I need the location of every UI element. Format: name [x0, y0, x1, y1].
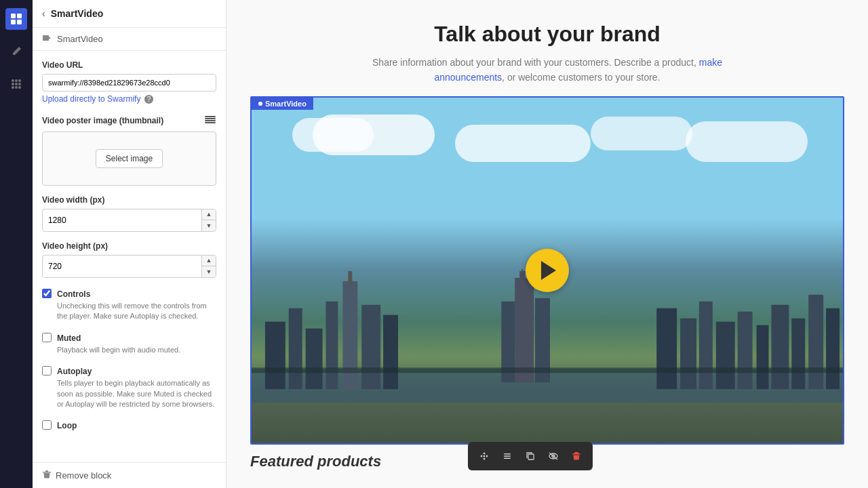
svg-rect-41 — [771, 304, 789, 388]
svg-rect-22 — [265, 321, 285, 389]
video-preview[interactable] — [252, 98, 843, 443]
page-title: Talk about your brand — [364, 22, 730, 47]
stack-icon — [204, 114, 216, 127]
thumbnail-area: Select image — [42, 131, 216, 186]
video-height-spinner[interactable]: ▲ ▼ — [201, 256, 216, 277]
trash-icon — [42, 470, 52, 481]
svg-point-10 — [12, 86, 14, 89]
svg-rect-40 — [757, 325, 769, 389]
page-title-section: Talk about your brand Share information … — [351, 0, 744, 96]
svg-rect-27 — [348, 271, 352, 285]
autoplay-label[interactable]: Autoplay — [57, 367, 92, 376]
svg-rect-45 — [252, 367, 843, 373]
panel-title: SmartVideo — [51, 8, 104, 19]
controls-checkbox[interactable] — [42, 289, 52, 298]
video-width-label: Video width (px) — [42, 195, 216, 205]
svg-rect-44 — [826, 308, 840, 388]
svg-rect-36 — [680, 318, 696, 389]
muted-row: Muted Playback will begin with audio mut… — [42, 331, 216, 355]
panel-body: Video URL Upload directly to Swarmify ? … — [33, 51, 226, 441]
svg-rect-28 — [361, 304, 380, 388]
toolbar-duplicate-button[interactable] — [519, 446, 541, 466]
svg-rect-1 — [17, 14, 22, 18]
svg-rect-19 — [45, 470, 48, 472]
muted-desc: Playback will begin with audio muted. — [57, 345, 180, 355]
help-icon: ? — [144, 95, 154, 104]
thumbnail-group: Video poster image (thumbnail) Select im… — [42, 114, 216, 186]
svg-rect-47 — [504, 453, 511, 455]
svg-rect-37 — [699, 301, 713, 388]
svg-rect-18 — [205, 116, 216, 117]
svg-rect-2 — [11, 20, 16, 24]
toolbar-hide-button[interactable] — [542, 446, 564, 466]
svg-rect-29 — [383, 314, 398, 388]
sv-dot — [258, 102, 262, 106]
svg-rect-16 — [205, 120, 216, 121]
muted-checkbox[interactable] — [42, 333, 52, 342]
video-url-input[interactable] — [42, 74, 216, 92]
panel-header: ‹ SmartVideo — [33, 0, 226, 28]
muted-label[interactable]: Muted — [57, 333, 81, 343]
select-image-button[interactable]: Select image — [96, 149, 163, 168]
video-width-up[interactable]: ▲ — [202, 209, 216, 220]
svg-rect-43 — [808, 295, 823, 389]
svg-point-11 — [15, 86, 18, 89]
svg-rect-35 — [656, 308, 677, 388]
svg-rect-50 — [528, 454, 534, 460]
nav-icon-apps[interactable] — [5, 73, 27, 95]
nav-icon-tools[interactable] — [5, 41, 27, 62]
svg-rect-30 — [515, 278, 534, 382]
svg-rect-54 — [574, 452, 578, 453]
autoplay-checkbox[interactable] — [42, 366, 52, 375]
svg-rect-49 — [504, 458, 511, 460]
back-icon[interactable]: ‹ — [42, 8, 45, 19]
upload-link[interactable]: Upload directly to Swarmify ? — [42, 94, 153, 104]
video-height-down[interactable]: ▼ — [202, 266, 216, 277]
loop-group: Loop — [42, 419, 216, 431]
autoplay-group: Autoplay Tells player to begin playback … — [42, 365, 216, 409]
toolbar-move-button[interactable] — [473, 446, 495, 466]
svg-point-46 — [484, 455, 486, 458]
svg-rect-13 — [43, 35, 49, 41]
remove-block-button[interactable]: Remove block — [33, 462, 226, 488]
announcements-link[interactable]: make announcements — [434, 57, 722, 83]
autoplay-desc: Tells player to begin playback automatic… — [57, 378, 216, 409]
nav-icon-grid[interactable] — [5, 8, 27, 30]
video-height-input[interactable] — [43, 258, 201, 275]
nav-sidebar — [0, 0, 33, 488]
svg-point-5 — [15, 79, 18, 82]
play-button[interactable] — [526, 249, 569, 292]
svg-point-9 — [18, 83, 21, 85]
svg-rect-38 — [716, 321, 735, 389]
svg-rect-48 — [504, 455, 511, 457]
loop-checkbox[interactable] — [42, 420, 52, 430]
svg-rect-15 — [205, 118, 216, 119]
video-width-down[interactable]: ▼ — [202, 220, 216, 231]
remove-block-label: Remove block — [56, 470, 111, 481]
main-content: Talk about your brand Share information … — [226, 0, 868, 488]
loop-label[interactable]: Loop — [57, 421, 77, 430]
controls-label[interactable]: Controls — [57, 289, 90, 299]
svg-rect-20 — [43, 472, 51, 473]
loop-row: Loop — [42, 419, 216, 431]
toolbar-delete-button[interactable] — [566, 446, 587, 466]
thumbnail-label: Video poster image (thumbnail) — [42, 116, 163, 125]
video-width-input[interactable] — [43, 211, 201, 229]
controls-desc: Unchecking this will remove the controls… — [57, 301, 216, 322]
svg-rect-23 — [289, 308, 302, 388]
clouds — [252, 111, 843, 192]
panel-subname: SmartVideo — [57, 34, 103, 44]
svg-rect-32 — [521, 269, 523, 274]
toolbar-drag-button[interactable] — [496, 446, 518, 466]
video-width-spinner[interactable]: ▲ ▼ — [201, 209, 216, 231]
video-url-group: Video URL Upload directly to Swarmify ? — [42, 60, 216, 104]
video-block: SmartVideo — [250, 96, 844, 445]
controls-group: Controls Unchecking this will remove the… — [42, 287, 216, 322]
svg-point-12 — [18, 86, 21, 89]
autoplay-row: Autoplay Tells player to begin playback … — [42, 365, 216, 409]
svg-rect-17 — [205, 122, 216, 123]
video-height-up[interactable]: ▲ — [202, 256, 216, 266]
smartvideo-badge: SmartVideo — [252, 98, 313, 110]
video-height-label: Video height (px) — [42, 241, 216, 251]
svg-marker-14 — [49, 37, 51, 39]
